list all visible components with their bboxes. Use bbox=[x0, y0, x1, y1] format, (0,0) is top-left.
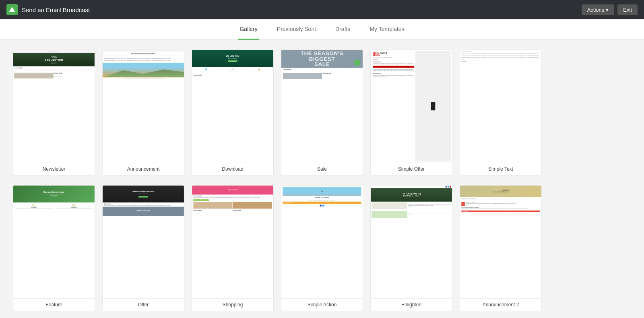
template-label-newsletter: Newsletter bbox=[13, 163, 95, 175]
template-label-download: Download bbox=[192, 163, 273, 175]
template-label-enlighten: Enlighten bbox=[371, 298, 452, 311]
template-card-sale[interactable]: THE SEASON'SBIGGESTSALE SHOPNOW! Section… bbox=[281, 50, 363, 176]
template-card-simple-offer[interactable]: CLEAN, SIMPLEDESIGN A little bit can go … bbox=[370, 50, 452, 176]
template-card-newsletter[interactable]: ⚙ GENERIC ENTERPRISES PINECOLLECTION SHO… bbox=[13, 50, 95, 176]
template-card-offer[interactable]: MAKING AN EMAIL HEADER(with an action bu… bbox=[102, 185, 184, 311]
template-label-feature: Feature bbox=[13, 298, 95, 311]
template-grid-row2: Help your brand to grow Learn to nurture… bbox=[13, 185, 631, 311]
template-label-simple-offer: Simple Offer bbox=[371, 163, 452, 175]
template-preview-simple-action: ✈ A Simple Call To Action This is a simp… bbox=[281, 186, 363, 298]
template-preview-download: WE LIKE YOUA GIFT FROM US GET YOUR COPY … bbox=[192, 50, 273, 163]
template-preview-enlighten: f t p The EnlighteningNEWSLETTER Section… bbox=[371, 186, 452, 298]
template-preview-simple-offer: CLEAN, SIMPLEDESIGN A little bit can go … bbox=[371, 50, 452, 163]
page-title: Send an Email Broadcast bbox=[22, 6, 90, 13]
template-preview-newsletter: ⚙ GENERIC ENTERPRISES PINECOLLECTION SHO… bbox=[13, 50, 95, 163]
template-label-simple-action: Simple Action bbox=[281, 298, 363, 311]
tab-my-templates[interactable]: My Templates bbox=[368, 19, 406, 40]
template-card-announcement[interactable]: ⚙ GENERIC ENTERPRISES YOUR MOST RECENT B… bbox=[102, 50, 184, 176]
template-card-simple-action[interactable]: ✈ A Simple Call To Action This is a simp… bbox=[281, 185, 363, 311]
template-label-announcement: Announcement bbox=[103, 163, 184, 175]
template-preview-simple-text: Hello ~ContactFirstName~, Customize this… bbox=[460, 50, 541, 163]
template-preview-sale: THE SEASON'SBIGGESTSALE SHOPNOW! Section… bbox=[281, 50, 363, 163]
template-preview-announcement2: CREATINGAttractive Email Graphics Making… bbox=[460, 186, 541, 298]
template-label-sale: Sale bbox=[281, 163, 363, 175]
tab-drafts[interactable]: Drafts bbox=[334, 19, 352, 40]
actions-button[interactable]: Actions ▾ bbox=[582, 4, 615, 15]
main-content: ⚙ GENERIC ENTERPRISES PINECOLLECTION SHO… bbox=[0, 40, 644, 318]
template-card-simple-text[interactable]: Hello ~ContactFirstName~, Customize this… bbox=[460, 50, 542, 176]
template-label-announcement2: Announcement 2 bbox=[460, 298, 541, 311]
template-card-shopping[interactable]: Sweet Treats BAKERY SHOPPE Section Heade… bbox=[192, 185, 274, 311]
template-preview-feature: Help your brand to grow Learn to nurture… bbox=[13, 186, 95, 298]
template-card-feature[interactable]: Help your brand to grow Learn to nurture… bbox=[13, 185, 95, 311]
template-preview-shopping: Sweet Treats BAKERY SHOPPE Section Heade… bbox=[192, 186, 273, 298]
template-label-shopping: Shopping bbox=[192, 298, 273, 311]
template-preview-announcement: ⚙ GENERIC ENTERPRISES YOUR MOST RECENT B… bbox=[103, 50, 184, 163]
template-card-enlighten[interactable]: f t p The EnlighteningNEWSLETTER Section… bbox=[370, 185, 452, 311]
template-label-simple-text: Simple Text bbox=[460, 163, 541, 175]
svg-marker-0 bbox=[9, 7, 15, 12]
template-preview-offer: MAKING AN EMAIL HEADER(with an action bu… bbox=[103, 186, 184, 298]
template-card-announcement2[interactable]: CREATINGAttractive Email Graphics Making… bbox=[460, 185, 542, 311]
tab-previously-sent[interactable]: Previously Sent bbox=[275, 19, 318, 40]
app-header: Send an Email Broadcast Actions ▾ Exit bbox=[0, 0, 644, 19]
template-grid-row1: ⚙ GENERIC ENTERPRISES PINECOLLECTION SHO… bbox=[13, 50, 631, 176]
tabs-bar: Gallery Previously Sent Drafts My Templa… bbox=[0, 19, 644, 40]
exit-button[interactable]: Exit bbox=[617, 4, 638, 15]
app-logo bbox=[6, 4, 18, 15]
header-left: Send an Email Broadcast bbox=[6, 4, 90, 15]
template-card-download[interactable]: WE LIKE YOUA GIFT FROM US GET YOUR COPY … bbox=[192, 50, 274, 176]
header-right: Actions ▾ Exit bbox=[582, 4, 638, 15]
tab-gallery[interactable]: Gallery bbox=[238, 19, 259, 40]
template-label-offer: Offer bbox=[103, 298, 184, 311]
